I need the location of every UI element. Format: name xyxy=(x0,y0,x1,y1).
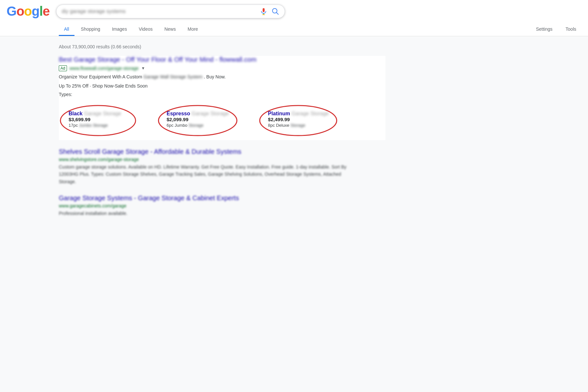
ad-badge: Ad xyxy=(59,65,67,71)
header: Google diy garage storage systems xyxy=(0,0,588,36)
organic-title-1[interactable]: Shelves Scroll Garage Storage - Affordab… xyxy=(59,148,385,155)
product-name-platinum: Platinum Garage Storage xyxy=(268,111,329,117)
ad-title[interactable]: Best Garage Storage - Off Your Floor & O… xyxy=(59,56,385,63)
search-input[interactable]: diy garage storage systems xyxy=(62,8,260,14)
ad-result: Best Garage Storage - Off Your Floor & O… xyxy=(59,56,385,140)
product-name-espresso: Espresso Garage Storage xyxy=(167,111,229,117)
ad-dropdown-icon[interactable]: ▼ xyxy=(141,66,145,71)
svg-line-4 xyxy=(276,12,278,14)
search-bar[interactable]: diy garage storage systems xyxy=(56,5,285,18)
ad-types-label: Types: xyxy=(59,92,385,97)
product-price-platinum: $2,499.99 xyxy=(268,117,329,122)
product-price-espresso: $2,099.99 xyxy=(167,117,229,122)
ad-url: www.flowwall.com/garage-storage xyxy=(70,66,139,71)
tab-shopping[interactable]: Shopping xyxy=(76,23,106,36)
tab-tools[interactable]: Tools xyxy=(560,23,581,36)
tab-images[interactable]: Images xyxy=(107,23,132,36)
organic-result-2: Garage Storage Systems - Garage Storage … xyxy=(59,194,385,217)
organic-result-1: Shelves Scroll Garage Storage - Affordab… xyxy=(59,148,385,185)
search-icon[interactable] xyxy=(271,8,279,15)
organic-title-2[interactable]: Garage Storage Systems - Garage Storage … xyxy=(59,194,385,202)
mic-icon[interactable] xyxy=(260,8,268,15)
tab-videos[interactable]: Videos xyxy=(134,23,158,36)
tab-more[interactable]: More xyxy=(182,23,203,36)
product-card-platinum[interactable]: Platinum Garage Storage $2,499.99 8pc De… xyxy=(258,104,338,137)
google-logo[interactable]: Google xyxy=(7,4,50,19)
main-content: About 73,900,000 results (0.66 seconds) … xyxy=(0,36,392,233)
ad-description-2: Up To 25% Off · Shop Now-Sale Ends Soon xyxy=(59,82,385,90)
tab-settings[interactable]: Settings xyxy=(531,23,558,36)
organic-snippet-1: Custom garage storage solutions. Availab… xyxy=(59,163,353,185)
product-price-black: $3,699.99 xyxy=(69,117,127,122)
product-desc-platinum: 8pc Deluxe Storage xyxy=(268,123,329,128)
product-name-label: Platinum xyxy=(268,111,290,116)
organic-url-1: www.shelvingstore.com/garage-storage xyxy=(59,157,385,162)
product-desc-black: 17pc Jumbo Storage xyxy=(69,123,127,128)
nav-tabs: All Shopping Images Videos News More Set… xyxy=(7,23,581,36)
product-desc-espresso: 6pc Jumbo Storage xyxy=(167,123,229,128)
svg-rect-0 xyxy=(263,8,265,12)
organic-snippet-2: Professional installation available. xyxy=(59,210,353,217)
tab-news[interactable]: News xyxy=(159,23,181,36)
product-name-black: Black Garage Storage xyxy=(69,111,127,117)
product-name-label: Black xyxy=(69,111,83,116)
results-count: About 73,900,000 results (0.66 seconds) xyxy=(59,44,385,49)
product-name-label: Espresso xyxy=(167,111,190,116)
organic-url-2: www.garagecabinets.com/garage xyxy=(59,203,385,208)
ad-badge-row: Ad www.flowwall.com/garage-storage ▼ xyxy=(59,65,385,71)
product-card-espresso[interactable]: Espresso Garage Storage $2,099.99 6pc Ju… xyxy=(157,104,238,137)
tab-all[interactable]: All xyxy=(59,23,74,36)
product-cards-container: Black Garage Storage $3,699.99 17pc Jumb… xyxy=(59,101,385,140)
ad-description-1: Organize Your Equipment With A Custom Ga… xyxy=(59,73,385,80)
product-card-black[interactable]: Black Garage Storage $3,699.99 17pc Jumb… xyxy=(59,104,137,137)
